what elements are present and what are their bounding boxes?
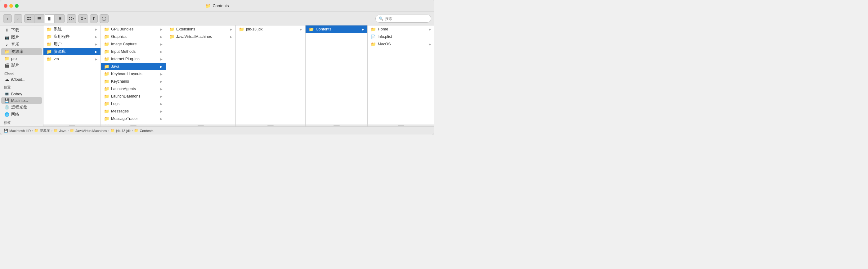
breadcrumb-separator: › [51,129,52,132]
folder-icon: 📁 [104,94,109,99]
breadcrumb-item[interactable]: jdk-13.jdk [116,129,131,133]
file-item-name: Extensions [176,27,195,31]
list-item[interactable]: 📁 用户 ▶ [43,41,100,48]
tag-button[interactable]: ◯ [100,14,108,23]
panel-3-handle[interactable] [166,125,236,127]
list-item[interactable]: 📁 Keyboard Layouts ▶ [101,70,166,78]
sidebar-item-label: 网络 [11,112,19,117]
list-item[interactable]: 📁 jdk-13.jdk ▶ [236,25,305,33]
close-button[interactable] [4,4,7,8]
panel-4-handle[interactable] [236,125,305,127]
column-view-button[interactable] [45,14,55,23]
search-input[interactable] [385,17,425,21]
file-item-name: LaunchAgents [111,87,136,91]
grid-button[interactable]: ▾ [67,14,76,23]
list-item[interactable]: 📁 应用程序 ▶ [43,33,100,41]
sidebar-item-remotedisc[interactable]: 💿 远程光盘 [1,104,42,111]
list-item[interactable]: 📁 资源库 ▶ [43,48,100,55]
back-button[interactable]: ‹ [3,14,12,23]
breadcrumb-item[interactable]: Java [59,129,66,133]
breadcrumb-folder-icon: 📁 [54,129,58,133]
arrow-icon: ▶ [95,43,97,46]
toolbar: ‹ › [0,12,434,25]
sidebar-item-library[interactable]: 📁 资源库 [1,48,42,55]
list-item[interactable]: 📁 LaunchAgents ▶ [101,85,166,92]
main-content: ⬇ 下载 📷 图片 ♪ 音乐 📁 资源库 📁 pro 🎬 影片 [0,25,434,127]
list-item[interactable]: 📁 Home ▶ [368,25,434,33]
list-item[interactable]: 📁 GPUBundles ▶ [101,25,166,33]
sidebar-item-movies[interactable]: 🎬 影片 [1,62,42,69]
grid-icon [69,17,72,20]
panel-1-handle[interactable] [43,125,100,127]
sidebar-item-boboy[interactable]: 💻 Boboy [1,91,42,97]
folder-icon: 📁 [104,34,109,39]
folder-icon: 📁 [104,109,109,114]
list-item[interactable]: 📄 Info.plist [368,33,434,41]
breadcrumb-item[interactable]: Macintosh HD [9,129,31,133]
search-box[interactable]: 🔍 [375,15,431,23]
library-icon: 📁 [4,49,9,54]
folder-icon: 📁 [104,101,109,106]
list-item[interactable]: 📁 vm ▶ [43,55,100,63]
folder-icon: 📁 [104,64,109,69]
list-item[interactable]: 📁 Logs ▶ [101,100,166,107]
sidebar-item-pro[interactable]: 📁 pro [1,55,42,62]
file-item-name: LaunchDaemons [111,94,141,99]
share-button[interactable]: ⬆ [90,14,98,23]
panel-3: 📁 Extensions ▶ 📁 JavaVirtualMachines ▶ [166,25,236,127]
gallery-view-icon: ⊟ [59,17,61,21]
maximize-button[interactable] [15,4,19,8]
panel-6-handle[interactable] [368,125,434,127]
file-panels: 📁 系统 ▶ 📁 应用程序 ▶ 📁 用户 ▶ [43,25,434,127]
forward-button[interactable]: › [14,14,22,23]
downloads-icon: ⬇ [4,28,9,33]
list-item[interactable]: 📁 Contents ▶ [306,25,367,33]
sidebar-item-macintosh[interactable]: 💾 Macinto... [1,97,42,104]
sidebar: ⬇ 下载 📷 图片 ♪ 音乐 📁 资源库 📁 pro 🎬 影片 [0,25,43,127]
sidebar-item-icloud[interactable]: ☁ iCloud... [1,76,42,83]
list-item[interactable]: 📁 Image Capture ▶ [101,41,166,48]
list-item[interactable]: 📁 Graphics ▶ [101,33,166,41]
gallery-view-button[interactable]: ⊟ [55,14,65,23]
list-item[interactable]: 📁 Java ▶ [101,63,166,70]
folder-icon: 📁 [46,27,52,32]
list-item[interactable]: 📁 Keychains ▶ [101,78,166,85]
list-view-button[interactable] [34,14,44,23]
sidebar-item-downloads[interactable]: ⬇ 下载 [1,27,42,34]
list-item[interactable]: 📁 Internet Plug-Ins ▶ [101,55,166,63]
list-item[interactable]: 📁 Input Methods ▶ [101,48,166,55]
minimize-button[interactable] [9,4,13,8]
arrow-icon: ▶ [160,43,162,46]
breadcrumb-item[interactable]: JavaVirtualMachines [75,129,107,133]
sidebar-item-network[interactable]: 🌐 网络 [1,111,42,118]
breadcrumb-item-active[interactable]: Contents [140,129,153,133]
list-item[interactable]: 📁 Messages ▶ [101,107,166,115]
sidebar-item-label: 资源库 [11,49,23,54]
sidebar-item-photos[interactable]: 📷 图片 [1,34,42,41]
list-item[interactable]: 📁 Extensions ▶ [166,25,236,33]
folder-icon: 📁 [104,27,109,32]
finder-window: 📁 Contents ‹ › [0,0,434,134]
list-item[interactable]: 📁 LaunchDaemons ▶ [101,92,166,100]
breadcrumb-item[interactable]: 资源库 [40,128,50,133]
file-item-name: MessageTracer [111,116,138,121]
file-item-name: Internet Plug-Ins [111,57,140,61]
arrow-icon: ▶ [160,65,162,68]
list-item[interactable]: 📁 Modem Scripts ▶ [101,123,166,125]
panel-2-handle[interactable] [101,125,166,127]
folder-icon: 📁 [169,27,174,32]
list-item[interactable]: 📁 JavaVirtualMachines ▶ [166,33,236,41]
arrow-icon: ▶ [95,35,97,38]
sidebar-item-music[interactable]: ♪ 音乐 [1,41,42,48]
file-item-name: jdk-13.jdk [246,27,263,31]
list-item[interactable]: 📁 MessageTracer ▶ [101,115,166,123]
action-button[interactable]: ⚙ ▾ [78,14,88,23]
share-icon: ⬆ [92,16,96,21]
icon-view-button[interactable] [24,14,34,23]
panel-5-handle[interactable] [306,125,367,127]
list-item[interactable]: 📁 MacOS ▶ [368,41,434,48]
resize-handle-dot [197,125,204,126]
arrow-icon: ▶ [429,28,431,31]
panel-1: 📁 系统 ▶ 📁 应用程序 ▶ 📁 用户 ▶ [43,25,101,127]
list-item[interactable]: 📁 系统 ▶ [43,25,100,33]
